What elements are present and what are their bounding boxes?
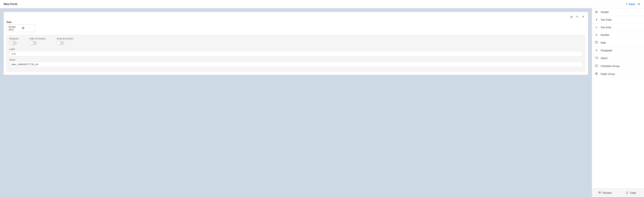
sidebar-item-radio-group-label: Radio Group bbox=[600, 72, 615, 76]
clear-button[interactable]: Clear bbox=[618, 188, 644, 197]
right-sidebar: H Header T Text Field ≡ Text Area # Numb… bbox=[592, 8, 644, 197]
edit-button[interactable]: ✎ bbox=[575, 15, 579, 19]
clear-label: Clear bbox=[630, 192, 636, 194]
hide-on-preview-label: Hide on Preview: bbox=[30, 38, 46, 40]
sidebar-item-checkbox-group-label: Checkbox Group bbox=[600, 65, 620, 68]
sidebar-item-date-label: Date bbox=[600, 41, 606, 44]
sidebar-bottom: Preview Clear bbox=[592, 188, 644, 197]
sidebar-item-number-label: Number bbox=[600, 34, 610, 36]
sidebar-item-header-label: Header bbox=[600, 10, 609, 14]
form-card-toolbar: ⧉ ✎ ✕ bbox=[6, 15, 585, 19]
hide-on-preview-toggle-group: Hide on Preview: bbox=[30, 38, 46, 45]
label-field-label: Label: bbox=[9, 48, 582, 50]
number-icon: # bbox=[595, 33, 598, 36]
sidebar-item-checkbox-group[interactable]: Checkbox Group bbox=[592, 62, 644, 70]
show-time-picker-toggle-group: Show time picker: bbox=[57, 38, 74, 45]
save-label: Save bbox=[629, 2, 635, 6]
text-area-icon: ≡ bbox=[595, 26, 598, 29]
sidebar-item-paragraph-label: Paragraph bbox=[600, 49, 612, 52]
date-field-label: Date bbox=[6, 21, 585, 24]
header-icon: H bbox=[595, 10, 598, 14]
required-toggle[interactable] bbox=[9, 41, 17, 45]
radio-group-icon bbox=[595, 72, 598, 76]
top-bar: New Form ✓ Save ✕ bbox=[0, 0, 644, 8]
sidebar-item-radio-group[interactable]: Radio Group bbox=[592, 70, 644, 78]
top-bar-actions: ✓ Save ✕ bbox=[626, 2, 640, 6]
sidebar-item-select[interactable]: Select bbox=[592, 54, 644, 62]
name-input[interactable] bbox=[9, 62, 582, 67]
main-layout: ⧉ ✎ ✕ Date 09 Mar 2022 📅 bbox=[0, 8, 644, 197]
preview-icon bbox=[598, 191, 601, 194]
sidebar-item-text-area[interactable]: ≡ Text Area bbox=[592, 24, 644, 31]
sidebar-item-text-area-label: Text Area bbox=[600, 26, 611, 29]
svg-point-8 bbox=[596, 73, 597, 74]
sidebar-item-select-label: Select bbox=[600, 57, 608, 60]
save-button[interactable]: ✓ Save bbox=[626, 2, 635, 6]
sidebar-item-header[interactable]: H Header bbox=[592, 8, 644, 16]
svg-rect-6 bbox=[595, 64, 598, 67]
form-card: ⧉ ✎ ✕ Date 09 Mar 2022 📅 bbox=[4, 12, 588, 75]
checkbox-group-icon bbox=[595, 64, 598, 68]
date-icon bbox=[595, 41, 598, 44]
svg-point-10 bbox=[599, 192, 600, 193]
preview-label: Preview bbox=[602, 192, 612, 194]
sidebar-item-paragraph[interactable]: ¶ Paragraph bbox=[592, 47, 644, 54]
clear-icon bbox=[626, 191, 629, 194]
edit-icon: ✎ bbox=[576, 15, 578, 18]
copy-button[interactable]: ⧉ bbox=[570, 15, 574, 19]
copy-icon: ⧉ bbox=[570, 15, 572, 18]
sidebar-items-list: H Header T Text Field ≡ Text Area # Numb… bbox=[592, 8, 644, 188]
delete-icon: ✕ bbox=[582, 15, 584, 18]
select-icon bbox=[595, 56, 598, 60]
hide-on-preview-toggle[interactable] bbox=[30, 41, 37, 45]
sidebar-item-date[interactable]: Date bbox=[592, 39, 644, 47]
sidebar-item-text-field-label: Text Field bbox=[600, 18, 612, 21]
page-title: New Form bbox=[4, 2, 18, 6]
required-label: Required: bbox=[9, 38, 19, 40]
show-time-picker-label: Show time picker: bbox=[57, 38, 74, 40]
settings-section: Required: Hide on Preview: Show time pic… bbox=[6, 34, 585, 72]
label-input-section: Label: bbox=[9, 48, 582, 56]
close-button[interactable]: ✕ bbox=[637, 2, 640, 6]
sidebar-item-text-field[interactable]: T Text Field bbox=[592, 16, 644, 24]
delete-button[interactable]: ✕ bbox=[581, 15, 585, 19]
show-time-picker-toggle[interactable] bbox=[57, 41, 64, 45]
date-input[interactable]: 09 Mar 2022 📅 bbox=[6, 24, 35, 32]
svg-rect-0 bbox=[595, 42, 598, 44]
date-field: Date 09 Mar 2022 📅 bbox=[6, 21, 585, 32]
label-input[interactable] bbox=[9, 51, 582, 56]
sidebar-item-number[interactable]: # Number bbox=[592, 31, 644, 39]
paragraph-icon: ¶ bbox=[595, 49, 598, 52]
text-field-icon: T bbox=[595, 18, 598, 21]
name-field-label: Name: bbox=[9, 58, 582, 61]
toggle-row: Required: Hide on Preview: Show time pic… bbox=[9, 38, 582, 45]
required-toggle-group: Required: bbox=[9, 38, 19, 45]
preview-button[interactable]: Preview bbox=[592, 188, 618, 197]
form-area: ⧉ ✎ ✕ Date 09 Mar 2022 📅 bbox=[0, 8, 592, 197]
name-input-section: Name: bbox=[9, 58, 582, 67]
calendar-icon: 📅 bbox=[22, 27, 33, 30]
date-value: 09 Mar 2022 bbox=[8, 26, 20, 31]
save-checkmark-icon: ✓ bbox=[626, 2, 628, 6]
